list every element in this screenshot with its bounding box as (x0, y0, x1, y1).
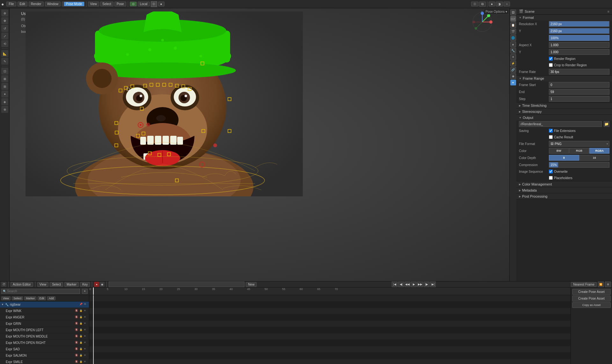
aspect-x-input[interactable]: 1.000 (549, 42, 609, 48)
ds-menu-marker[interactable]: Marker (24, 296, 36, 300)
ds-icon-mute-7[interactable]: 🔇 (75, 354, 79, 358)
xray-btn[interactable]: ⧉ (479, 2, 486, 7)
ds-menu-view[interactable]: View (1, 296, 11, 300)
post-proc-header[interactable]: ▶ Post Processing (516, 193, 612, 199)
tool-b5[interactable]: ◈ (1, 98, 8, 105)
tool-rotate[interactable]: ↺ (1, 25, 8, 32)
dopesheet-filter-btn[interactable]: ≡ (82, 289, 88, 294)
frame-end-input[interactable]: 59 (549, 89, 609, 95)
ds-icon-lock-3[interactable]: 🔒 (79, 328, 83, 332)
tab-view-layer[interactable]: 📋 (510, 22, 516, 28)
menu-file[interactable]: File (6, 2, 16, 6)
track-0[interactable] (89, 295, 612, 302)
tab-render[interactable]: 🖼 (510, 10, 516, 15)
timeline-type-icon[interactable]: ⏱ (1, 282, 6, 287)
track-5[interactable] (89, 327, 612, 333)
ds-icon-pin[interactable]: 📌 (79, 303, 83, 307)
tab-output[interactable]: OUT (510, 16, 516, 22)
tab-world[interactable]: 🌐 (510, 35, 516, 41)
tab-data[interactable]: ◉ (510, 73, 516, 79)
tl-menu-view[interactable]: View (37, 282, 49, 287)
proportional-edit[interactable]: ● (158, 2, 164, 6)
overlay-btn[interactable]: ☉ (471, 2, 478, 6)
tool-b4[interactable]: ✦ (1, 91, 8, 98)
track-6[interactable] (89, 333, 612, 340)
ds-icon-mute-8[interactable]: 🔇 (75, 360, 79, 364)
ds-icon-lock-2[interactable]: 🔒 (79, 322, 83, 326)
record-sel-btn[interactable]: ◉ (99, 282, 105, 287)
ds-icon-del-0[interactable]: ✕ (84, 309, 88, 313)
color-rgb-btn[interactable]: RGB (569, 148, 589, 154)
ds-icon-lock-0[interactable]: 🔒 (79, 309, 83, 313)
ds-icon-mute-2[interactable]: 🔇 (75, 322, 79, 326)
ds-icon-del-3[interactable]: ✕ (84, 328, 88, 332)
snap-btn[interactable]: ⊙ (130, 2, 137, 6)
tab-modifier[interactable]: 🔧 (510, 48, 516, 54)
color-mgmt-header[interactable]: ▶ Color Management (516, 181, 612, 187)
material-mode[interactable]: ◑ (496, 2, 503, 6)
dopesheet-root-item[interactable]: ▼ 🔧 rig|bear 📌 👁 (0, 302, 89, 308)
overwrite-check[interactable] (549, 170, 553, 173)
next-keyframe-btn[interactable]: |▶ (424, 281, 429, 287)
play-reverse-btn[interactable]: ◀◀ (404, 281, 410, 287)
create-pose-asset-btn-2[interactable]: Create Pose Asset (572, 295, 611, 302)
track-8[interactable] (89, 346, 612, 353)
pivot-point-btn[interactable]: ⊹ (151, 1, 157, 7)
res-x-input[interactable]: 2160 px (549, 21, 609, 27)
aspect-y-input[interactable]: 1.000 (549, 49, 609, 55)
placeholders-check[interactable] (549, 176, 553, 180)
ds-icon-del-6[interactable]: ✕ (84, 347, 88, 351)
dopesheet-search[interactable]: 🔍 (1, 289, 80, 294)
ds-icon-lock-8[interactable]: 🔒 (79, 360, 83, 364)
tab-constraints[interactable]: 🔗 (510, 67, 516, 73)
cache-result-check[interactable] (549, 135, 553, 139)
viewport[interactable]: User Orthographic (0) rig|bear - head Ob… (10, 8, 509, 281)
tab-physics[interactable]: ⚡ (510, 61, 516, 66)
ds-item-3[interactable]: Expr MOUTH OPEN LEFT 🔇 🔒 ✕ (0, 327, 89, 333)
ds-item-0[interactable]: Expr WINK 🔇 🔒 ✕ (0, 308, 89, 314)
timeline-tracks-area[interactable]: 0 5 10 15 20 25 30 35 40 45 50 55 60 65 … (89, 288, 612, 364)
tab-particles[interactable]: ✦ (510, 54, 516, 60)
ds-icon-lock-7[interactable]: 🔒 (79, 354, 83, 358)
file-ext-check[interactable] (549, 129, 553, 133)
tool-move[interactable]: ✥ (1, 17, 8, 24)
file-format-select[interactable]: 🖼 PNG ▾ (549, 141, 609, 147)
track-4[interactable] (89, 321, 612, 327)
menu-render[interactable]: Render (29, 2, 44, 6)
ds-icon-mute-3[interactable]: 🔇 (75, 328, 79, 332)
ds-item-4[interactable]: Expr MOUTH OPEN MIDDLE 🔇 🔒 ✕ (0, 333, 89, 340)
tl-menu-select[interactable]: Select (50, 282, 63, 287)
crop-render-check[interactable] (549, 63, 553, 67)
create-pose-asset-btn-1[interactable]: Create Pose Asset (572, 289, 611, 295)
tool-annotate[interactable]: ✎ (1, 58, 8, 65)
ds-menu-select[interactable]: Select (12, 296, 23, 300)
color-bw-btn[interactable]: BW (549, 148, 569, 154)
tool-cursor[interactable]: ⊕ (1, 10, 8, 17)
track-1[interactable] (89, 302, 612, 308)
ds-icon-lock-4[interactable]: 🔒 (79, 335, 83, 339)
color-rgba-btn[interactable]: RGBA (589, 148, 609, 154)
tl-editor-type[interactable]: Action Editor (11, 282, 33, 287)
tool-transform[interactable]: ⟲ (1, 40, 8, 47)
ds-icon-del-2[interactable]: ✕ (84, 322, 88, 326)
depth-8-btn[interactable]: 8 (549, 155, 579, 161)
tool-b1[interactable]: ⊡ (1, 68, 8, 75)
track-2[interactable] (89, 308, 612, 314)
tool-b2[interactable]: ⊠ (1, 75, 8, 82)
menu-pose[interactable]: Pose (114, 2, 126, 6)
tab-material[interactable]: ● (510, 80, 516, 85)
prev-keyframe-btn[interactable]: ◀| (398, 281, 404, 287)
tab-object[interactable]: ▲ (510, 41, 516, 47)
ds-icon-mute-0[interactable]: 🔇 (75, 309, 79, 313)
ds-icon-mute-6[interactable]: 🔇 (75, 347, 79, 351)
ds-icon-del-1[interactable]: ✕ (84, 316, 88, 319)
res-y-input[interactable]: 2160 px (549, 28, 609, 34)
tl-menu-key[interactable]: Key (80, 282, 90, 287)
format-header[interactable]: ▼ Format (516, 15, 612, 20)
tl-menu-marker[interactable]: Marker (64, 282, 79, 287)
ds-icon-mute-5[interactable]: 🔇 (75, 341, 79, 345)
jump-start-btn[interactable]: |◀ (392, 281, 397, 287)
frame-start-input[interactable]: 0 (549, 82, 609, 88)
menu-edit[interactable]: Edit (18, 2, 27, 6)
depth-16-btn[interactable]: 16 (579, 155, 610, 161)
